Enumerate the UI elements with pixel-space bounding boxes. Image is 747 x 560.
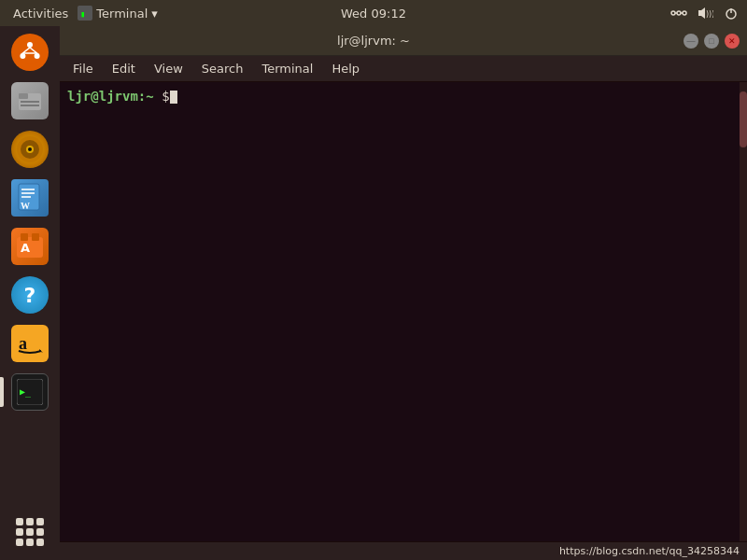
prompt-dollar-sign: $ [162,89,169,104]
menu-search[interactable]: Search [194,60,251,77]
scrollbar-thumb[interactable] [740,91,747,147]
svg-rect-30 [21,233,28,241]
svg-rect-25 [21,189,35,190]
dock-item-amazon[interactable]: a [7,321,52,366]
dock-item-appgrid[interactable] [7,510,52,554]
activities-button[interactable]: Activities [7,5,74,22]
scrollbar-track[interactable] [740,82,747,541]
dock-item-files[interactable] [7,78,52,123]
terminal-window: ljr@ljrvm: ~ — □ ✕ File Edit View Search… [60,26,747,560]
dropdown-arrow[interactable]: ▾ [151,7,158,21]
svg-point-13 [35,53,40,59]
terminal-prompt-line: ljr@ljrvm:~ $ [67,88,740,106]
svg-text:▶_: ▶_ [20,386,32,398]
amazon-icon: a [11,325,49,362]
volume-icon[interactable]: )))) [697,5,713,21]
svg-text:)))): )))) [706,10,713,19]
svg-point-14 [20,53,25,59]
dock-item-ubuntu[interactable] [7,30,52,75]
terminal-taskbar-icon: ▮ [78,6,92,21]
window-title: ljr@ljrvm: ~ [337,34,410,48]
ubuntu-logo [11,34,49,71]
prompt-path: :~ [138,89,154,104]
svg-point-2 [671,11,675,15]
svg-text:W: W [21,201,30,211]
terminal-cursor [170,91,177,104]
svg-text:▮: ▮ [80,9,85,19]
menu-help[interactable]: Help [324,60,367,77]
terminal-dock-icon: ▶_ [11,373,49,411]
rhythmbox-icon [11,131,49,168]
files-icon [11,82,49,119]
terminal-content[interactable]: ljr@ljrvm:~ $ [60,82,747,541]
dock-item-terminal[interactable]: ▶_ [7,370,52,414]
svg-marker-7 [698,7,705,19]
system-bar-right: )))) [670,5,740,21]
prompt-dollar [154,89,162,104]
dock-item-help[interactable]: ? [7,273,52,317]
grid-dot [16,518,23,525]
close-button[interactable]: ✕ [725,34,740,49]
status-bar: https://blog.csdn.net/qq_34258344 [60,541,747,560]
maximize-button[interactable]: □ [704,34,719,49]
grid-dot [16,539,23,546]
power-icon[interactable] [723,5,740,21]
svg-text:a: a [19,334,27,353]
menu-file[interactable]: File [65,60,101,77]
status-url: https://blog.csdn.net/qq_34258344 [559,545,740,557]
main-layout: W A ? a [0,26,747,560]
appgrid-icon [11,513,49,551]
svg-rect-16 [19,93,28,99]
grid-dot [36,528,44,536]
window-controls: — □ ✕ [684,34,740,49]
writer-icon: W [11,179,49,217]
svg-rect-17 [21,101,39,103]
grid-dot [36,539,44,546]
svg-point-4 [683,11,686,15]
software-icon: A [11,228,49,265]
system-bar: Activities ▮ Terminal ▾ Wed 09:12 )))) [0,0,747,26]
svg-point-22 [28,147,32,151]
network-icon[interactable] [670,5,687,21]
svg-text:A: A [21,241,30,255]
menu-terminal[interactable]: Terminal [254,60,320,77]
svg-rect-31 [32,233,39,241]
svg-rect-18 [21,105,39,106]
title-bar: ljr@ljrvm: ~ — □ ✕ [60,26,747,56]
grid-dot [16,528,23,536]
dock-item-rhythmbox[interactable] [7,127,52,172]
minimize-button[interactable]: — [684,34,698,49]
system-bar-left: Activities ▮ Terminal ▾ [7,5,158,22]
dock: W A ? a [0,26,60,560]
terminal-indicator[interactable]: ▮ Terminal ▾ [78,6,157,21]
svg-point-3 [677,11,681,15]
system-datetime: Wed 09:12 [341,7,406,21]
svg-rect-26 [21,192,35,194]
menu-view[interactable]: View [147,60,190,77]
svg-rect-27 [21,196,31,198]
grid-dot [26,528,34,536]
menu-edit[interactable]: Edit [105,60,143,77]
help-icon: ? [11,276,49,314]
dock-item-software[interactable]: A [7,224,52,269]
grid-dot [36,518,44,525]
menu-bar: File Edit View Search Terminal Help [60,56,747,82]
prompt-user: ljr@ljrvm [67,89,138,104]
grid-dot [26,518,34,525]
dock-item-writer[interactable]: W [7,175,52,220]
terminal-taskbar-label: Terminal [96,7,148,21]
grid-dot [26,539,34,546]
